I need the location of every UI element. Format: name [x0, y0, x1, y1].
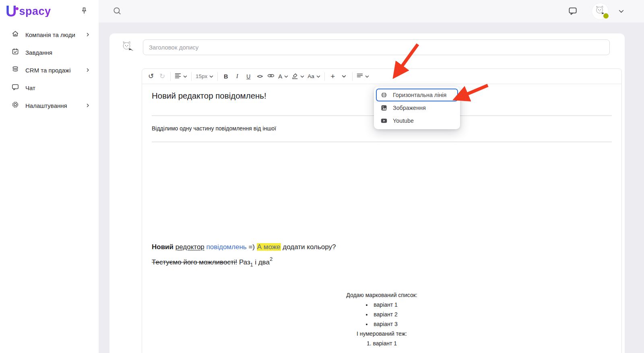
chevron-right-icon [86, 68, 90, 72]
menu-item-label: Зображення [393, 105, 426, 111]
chevron-down-icon [300, 73, 304, 79]
horizontal-rule [152, 142, 612, 142]
sidebar-item-crm[interactable]: CRM та продажі [0, 61, 99, 79]
menu-item-label: Youtube [393, 118, 414, 124]
pin-sidebar-button[interactable] [78, 6, 90, 17]
text-run: Раз [237, 258, 250, 266]
text-run: і два [253, 258, 269, 266]
list-item: варіант 2 [151, 310, 613, 319]
font-size-select[interactable]: 15px [194, 71, 215, 82]
youtube-icon [380, 117, 388, 124]
crm-layers-icon [11, 65, 19, 75]
chevron-down-icon [209, 73, 213, 79]
underline-button[interactable]: U [243, 71, 254, 82]
sidebar-item-label: Налаштування [25, 102, 67, 109]
text-color-button[interactable]: A [277, 71, 290, 82]
tasks-calendar-icon [11, 47, 19, 57]
insert-dropdown-chevron[interactable] [339, 71, 350, 82]
redo-icon: ↻ [159, 73, 165, 80]
strikethrough-text: Тестуємо його можливості! [152, 258, 237, 266]
menu-item-image[interactable]: Зображення [376, 101, 458, 114]
messages-icon [568, 11, 578, 17]
toolbar-separator [352, 72, 353, 81]
post-title-input[interactable] [143, 39, 610, 55]
chat-bubble-icon [11, 83, 19, 93]
sidebar-item-chat[interactable]: Чат [0, 79, 99, 97]
home-icon [11, 30, 19, 39]
sidebar-nav: Компанія та люди Завдання [0, 26, 99, 114]
status-dot [603, 12, 609, 19]
subscript-text: 1 [250, 262, 253, 268]
align-lines-icon [357, 72, 363, 80]
undo-icon: ↺ [148, 73, 154, 80]
centered-list-block: Додаю маркований список: варіант 1 варіа… [151, 290, 613, 348]
sidebar-item-settings[interactable]: Налаштування [0, 97, 99, 114]
chevron-down-icon [183, 73, 187, 79]
chevron-down-icon [619, 8, 624, 14]
underlined-text: редоктор [175, 243, 204, 251]
insert-dropdown-menu: Горизонтальна лінія Зображення Youtube [374, 87, 460, 129]
menu-item-label: Горизонтальна лінія [393, 92, 446, 98]
pin-icon [80, 10, 89, 17]
text-color-label: A [278, 73, 282, 80]
composer-cat-avatar [121, 40, 134, 53]
highlighter-icon [291, 72, 298, 81]
highlighted-text: А може [257, 243, 281, 251]
ordered-list: варіант 1 [151, 339, 613, 348]
list-item: варіант 3 [151, 319, 613, 329]
link-button[interactable] [265, 71, 277, 82]
sidebar-item-label: Чат [25, 85, 35, 91]
letter-case-button[interactable]: Aa [306, 71, 322, 82]
font-size-value: 15px [196, 73, 207, 79]
messages-button[interactable] [567, 6, 578, 17]
align-select[interactable] [173, 71, 189, 82]
search-button[interactable] [111, 6, 123, 17]
menu-item-horizontal-line[interactable]: Горизонтальна лінія [376, 89, 458, 101]
list-item: варіант 1 [151, 339, 613, 348]
sidebar-item-label: Завдання [25, 49, 52, 56]
user-avatar[interactable] [592, 3, 608, 19]
chevron-down-icon [342, 73, 346, 79]
toolbar-separator [170, 72, 171, 81]
uspacy-logo[interactable]: U spacy [6, 2, 51, 21]
profile-menu-chevron[interactable] [617, 7, 625, 16]
italic-button[interactable]: I [231, 71, 243, 82]
chevron-down-icon [365, 73, 369, 79]
bold-button[interactable]: B [220, 71, 231, 82]
chevron-right-icon [86, 33, 90, 37]
text-run: додати кольору? [281, 243, 336, 251]
code-button[interactable]: <> [254, 71, 265, 82]
undo-button[interactable]: ↺ [145, 71, 157, 82]
logo-wordmark: spacy [19, 6, 51, 17]
letter-case-label: Aa [308, 73, 314, 79]
sidebar-item-company[interactable]: Компанія та люди [0, 26, 99, 43]
paragraph-align-select[interactable] [355, 71, 371, 82]
list-item: варіант 1 [151, 300, 613, 310]
insert-button[interactable]: + [327, 71, 339, 82]
logo-letter-u: U [6, 2, 17, 21]
bullet-list: варіант 1 варіант 2 варіант 3 [151, 300, 613, 329]
text-run: =) [247, 243, 257, 251]
sidebar-item-label: Компанія та люди [25, 31, 75, 38]
link-icon [267, 73, 275, 80]
horizontal-line-icon [380, 91, 388, 99]
image-icon [380, 104, 388, 111]
main-area: ↺ ↻ 15px [99, 23, 644, 353]
gear-icon [11, 101, 19, 110]
rich-format-line: Новий редоктор повідомлень =) А може дод… [152, 243, 612, 252]
bold-text: Новий [152, 243, 173, 251]
editor-toolbar: ↺ ↻ 15px [142, 69, 621, 84]
menu-item-youtube[interactable]: Youtube [376, 114, 458, 127]
search-icon [113, 10, 122, 17]
chevron-right-icon [86, 103, 90, 107]
toolbar-separator [324, 72, 325, 81]
sidebar-item-tasks[interactable]: Завдання [0, 43, 99, 61]
highlight-color-button[interactable] [290, 71, 306, 82]
post-composer-card: ↺ ↻ 15px [109, 33, 625, 353]
chevron-down-icon [284, 73, 288, 79]
align-left-icon [175, 72, 181, 80]
chevron-down-icon [316, 73, 320, 79]
logo-dot-icon [16, 7, 19, 10]
redo-button[interactable]: ↻ [157, 71, 168, 82]
sidebar: U spacy Компанія та люди [0, 0, 99, 353]
